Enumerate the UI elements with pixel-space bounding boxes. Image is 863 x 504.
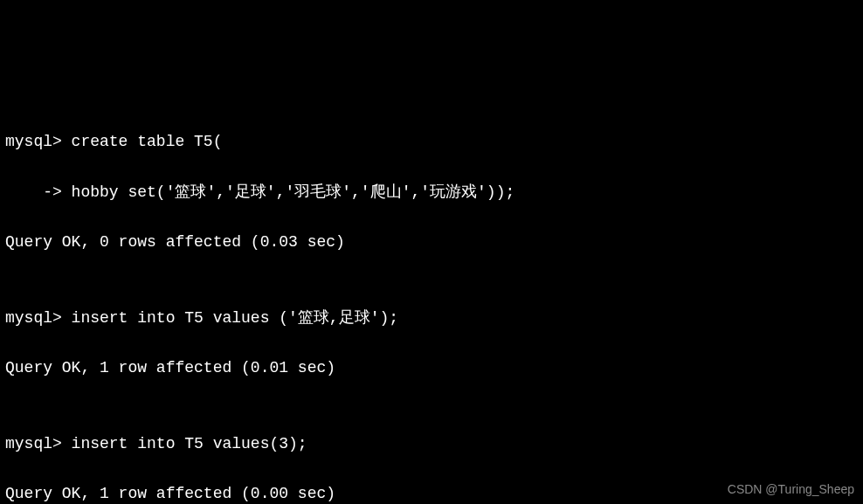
terminal-line: -> hobby set('篮球','足球','羽毛球','爬山','玩游戏')… [5, 180, 858, 205]
terminal-line: Query OK, 0 rows affected (0.03 sec) [5, 230, 858, 255]
terminal-line: Query OK, 1 row affected (0.01 sec) [5, 356, 858, 381]
terminal-line: mysql> insert into T5 values ('篮球,足球'); [5, 306, 858, 331]
terminal-line: mysql> create table T5( [5, 129, 858, 155]
terminal-line: mysql> insert into T5 values(3); [5, 432, 858, 457]
terminal-output[interactable]: mysql> create table T5( -> hobby set('篮球… [5, 104, 858, 504]
watermark-text: CSDN @Turing_Sheep [728, 480, 854, 499]
